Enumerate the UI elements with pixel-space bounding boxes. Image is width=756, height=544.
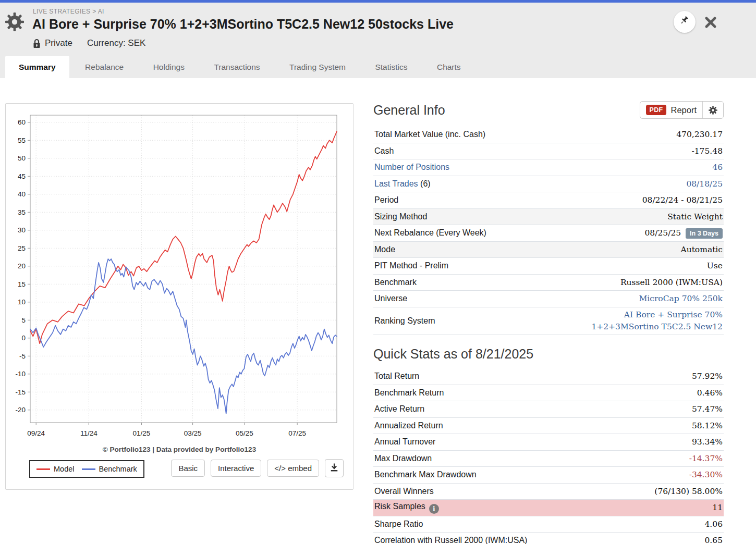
tab-trading-system[interactable]: Trading System bbox=[276, 56, 359, 78]
svg-text:09/24: 09/24 bbox=[27, 429, 45, 437]
row-label: Benchmark Return bbox=[374, 388, 444, 397]
stat-row: Benchmark Max Drawdown-34.30% bbox=[373, 467, 724, 484]
svg-text:-10: -10 bbox=[15, 370, 26, 378]
currency-label: Currency: SEK bbox=[87, 38, 145, 48]
chart-legend: Model Benchmark bbox=[29, 460, 144, 478]
row-label: Annualized Return bbox=[374, 421, 443, 430]
info-icon[interactable]: i bbox=[429, 504, 439, 514]
info-row: Next Rebalance (Every Week)08/25/25In 3 … bbox=[373, 225, 724, 242]
svg-text:11/24: 11/24 bbox=[80, 429, 97, 437]
svg-text:15: 15 bbox=[18, 280, 26, 288]
svg-text:30: 30 bbox=[18, 226, 26, 234]
tab-bar: Summary Rebalance Holdings Transactions … bbox=[5, 56, 474, 78]
privacy-label: Private bbox=[45, 38, 72, 48]
row-label: Next Rebalance (Every Week) bbox=[374, 228, 486, 237]
stat-row: Annual Turnover93.34% bbox=[373, 434, 724, 451]
row-value[interactable]: 08/18/25 bbox=[686, 179, 723, 189]
basic-chart-button[interactable]: Basic bbox=[171, 460, 205, 477]
row-value: -175.48 bbox=[692, 146, 723, 156]
svg-text:-15: -15 bbox=[15, 388, 26, 396]
row-label: Total Market Value (inc. Cash) bbox=[374, 130, 485, 139]
tab-rebalance[interactable]: Rebalance bbox=[71, 56, 137, 78]
row-label: Benchmark Max Drawdown bbox=[374, 470, 477, 479]
page-header: LIVE STRATEGIES > AI AI Bore + Surprise … bbox=[0, 3, 756, 78]
row-value: 08/22/24 - 08/21/25 bbox=[642, 195, 723, 205]
row-label-link[interactable]: Last Trades bbox=[374, 179, 418, 188]
svg-text:20: 20 bbox=[18, 262, 26, 270]
chart-attribution: © Portfolio123 | Data provided by Portfo… bbox=[6, 446, 353, 453]
row-value[interactable]: MicroCap 70% 250k bbox=[639, 294, 723, 303]
row-value: 08/25/25 bbox=[644, 228, 681, 238]
svg-text:03/25: 03/25 bbox=[184, 429, 202, 437]
row-label: Sharpe Ratio bbox=[374, 520, 423, 528]
performance-line-chart: 605550454035302520151050-5-10-15-2009/24… bbox=[6, 104, 353, 442]
row-value: -34.30% bbox=[689, 470, 723, 479]
row-value: Static Weight bbox=[667, 212, 723, 221]
row-label: Total Return bbox=[374, 372, 419, 380]
stat-row: Benchmark Return0.46% bbox=[373, 385, 724, 402]
row-value: (76/130) 58.00% bbox=[654, 487, 723, 496]
stat-row: Risk Samplesi11 bbox=[373, 500, 724, 516]
info-row: Cash-175.48 bbox=[373, 143, 724, 160]
svg-text:45: 45 bbox=[18, 172, 26, 180]
row-value-line2[interactable]: 1+2+3MSortino T5C2.5 New12 bbox=[591, 322, 723, 331]
lock-icon bbox=[33, 39, 41, 48]
row-label: Benchmark bbox=[374, 278, 417, 287]
strategy-settings-gear-icon[interactable] bbox=[4, 11, 25, 34]
breadcrumb[interactable]: LIVE STRATEGIES > AI bbox=[33, 8, 104, 15]
interactive-chart-button[interactable]: Interactive bbox=[211, 460, 261, 477]
quick-stats-table: Total Return57.92%Benchmark Return0.46%A… bbox=[373, 368, 724, 544]
info-panel: General Info PDF Report bbox=[373, 100, 724, 544]
row-value[interactable]: 46 bbox=[712, 163, 723, 172]
general-info-table: Total Market Value (inc. Cash)470,230.17… bbox=[373, 127, 724, 335]
info-row: UniverseMicroCap 70% 250k bbox=[373, 291, 724, 307]
row-value: 4.06 bbox=[704, 520, 723, 529]
svg-text:05/25: 05/25 bbox=[236, 429, 253, 437]
row-label: Risk Samples bbox=[374, 502, 425, 511]
report-button-label: Report bbox=[670, 105, 697, 115]
row-label-link[interactable]: Number of Positions bbox=[374, 163, 449, 171]
info-row: ModeAutomatic bbox=[373, 242, 724, 258]
tab-statistics[interactable]: Statistics bbox=[361, 56, 421, 78]
row-label-suffix: (6) bbox=[418, 179, 431, 188]
svg-text:07/25: 07/25 bbox=[288, 429, 306, 437]
svg-text:35: 35 bbox=[18, 208, 26, 216]
info-row: PIT Method - PrelimUse bbox=[373, 258, 724, 275]
info-row: Sizing MethodStatic Weight bbox=[373, 209, 724, 226]
stat-row: Total Return57.92% bbox=[373, 368, 724, 385]
model-line-swatch bbox=[36, 468, 50, 470]
info-row: BenchmarkRussell 2000 (IWM:USA) bbox=[373, 275, 724, 291]
info-row: Number of Positions46 bbox=[373, 159, 724, 176]
close-icon[interactable] bbox=[703, 15, 718, 30]
pdf-report-button[interactable]: PDF Report bbox=[640, 102, 702, 118]
report-settings-gear-icon[interactable] bbox=[703, 102, 723, 118]
info-row: Last Trades (6)08/18/25 bbox=[373, 176, 724, 193]
stat-row: Correlation with Russell 2000 (IWM:USA)0… bbox=[373, 533, 724, 544]
tab-charts[interactable]: Charts bbox=[423, 56, 474, 78]
legend-model-label: Model bbox=[54, 465, 75, 473]
row-value: Russell 2000 (IWM:USA) bbox=[620, 278, 723, 287]
row-label: Mode bbox=[374, 245, 395, 254]
row-label: Overall Winners bbox=[374, 487, 434, 496]
row-value[interactable]: AI Bore + Surprise 70% bbox=[624, 310, 723, 319]
embed-chart-button[interactable]: </> embed bbox=[267, 460, 319, 477]
tab-transactions[interactable]: Transactions bbox=[200, 56, 273, 78]
row-value: 58.12% bbox=[692, 421, 723, 430]
download-chart-button[interactable] bbox=[325, 459, 344, 477]
tab-summary[interactable]: Summary bbox=[5, 56, 69, 78]
row-label: Correlation with Russell 2000 (IWM:USA) bbox=[374, 536, 527, 544]
report-button-group: PDF Report bbox=[640, 101, 724, 119]
pin-button[interactable] bbox=[674, 11, 696, 33]
svg-text:01/25: 01/25 bbox=[133, 429, 151, 437]
general-info-title: General Info bbox=[373, 103, 445, 118]
svg-text:-5: -5 bbox=[19, 352, 26, 360]
tab-holdings[interactable]: Holdings bbox=[140, 56, 198, 78]
row-value: Automatic bbox=[680, 245, 723, 254]
info-row: Ranking SystemAI Bore + Surprise 70%1+2+… bbox=[373, 307, 724, 336]
row-label: Active Return bbox=[374, 404, 424, 413]
svg-text:10: 10 bbox=[18, 298, 26, 306]
row-label: Max Drawdown bbox=[374, 454, 432, 463]
stat-row: Active Return57.47% bbox=[373, 401, 724, 418]
benchmark-line-swatch bbox=[82, 468, 95, 470]
row-value: -14.37% bbox=[689, 454, 723, 463]
